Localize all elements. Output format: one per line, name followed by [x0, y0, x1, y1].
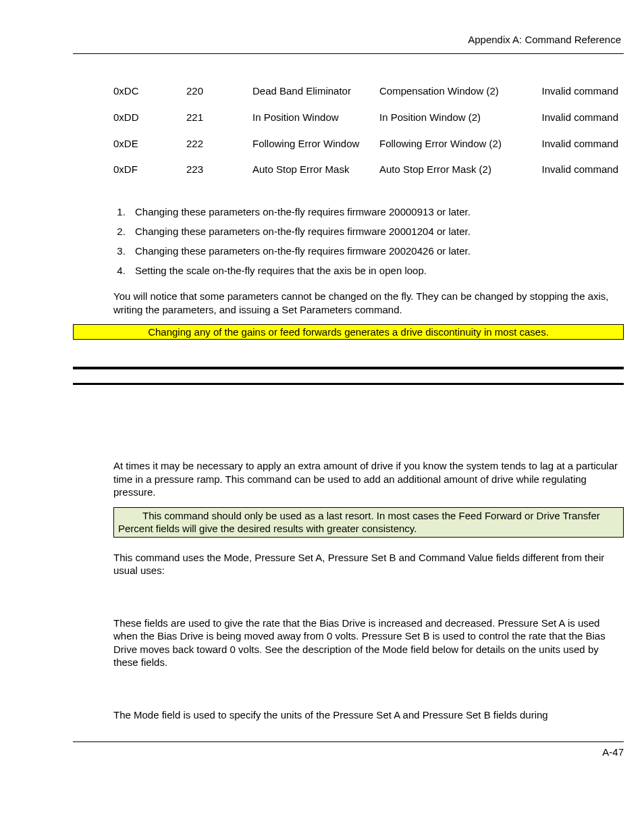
cell-name2: Auto Stop Error Mask (2) — [379, 159, 533, 186]
notes-list: Changing these parameters on-the-fly req… — [113, 206, 624, 276]
cell-name1: Following Error Window — [252, 134, 379, 160]
cell-dec: 223 — [186, 159, 252, 186]
note-box: This command should only be used as a la… — [113, 507, 624, 538]
parameter-table: 0xDC 220 Dead Band Eliminator Compensati… — [113, 81, 624, 186]
paragraph: You will notice that some parameters can… — [113, 290, 624, 316]
list-item: Changing these parameters on-the-fly req… — [128, 245, 624, 257]
page-footer: A-47 — [73, 741, 624, 758]
list-item: Changing these parameters on-the-fly req… — [128, 206, 624, 217]
section-rule — [73, 367, 624, 369]
cell-dec: 221 — [186, 107, 252, 134]
cell-name1: Auto Stop Error Mask — [252, 159, 379, 186]
cell-name1: Dead Band Eliminator — [252, 81, 379, 107]
list-item: Changing these parameters on-the-fly req… — [128, 226, 624, 237]
warning-box: Changing any of the gains or feed forwar… — [73, 324, 624, 340]
cell-hex: 0xDC — [113, 81, 186, 107]
table-row: 0xDF 223 Auto Stop Error Mask Auto Stop … — [113, 159, 624, 186]
page-number: A-47 — [602, 746, 624, 758]
cell-hex: 0xDD — [113, 107, 186, 134]
cell-status: Invalid command — [533, 81, 624, 107]
cell-dec: 222 — [186, 134, 252, 160]
cell-status: Invalid command — [533, 107, 624, 134]
cell-name1: In Position Window — [252, 107, 379, 134]
cell-name2: Following Error Window (2) — [379, 134, 533, 160]
table-row: 0xDD 221 In Position Window In Position … — [113, 107, 624, 134]
section-bias-drive: At times it may be necessary to apply an… — [113, 385, 624, 721]
paragraph: The Mode field is used to specify the un… — [113, 708, 624, 722]
breadcrumb: Appendix A: Command Reference — [73, 34, 624, 48]
cell-hex: 0xDE — [113, 134, 186, 160]
list-item: Setting the scale on-the-fly requires th… — [128, 265, 624, 276]
table-row: 0xDE 222 Following Error Window Followin… — [113, 134, 624, 160]
cell-hex: 0xDF — [113, 159, 186, 186]
paragraph: These fields are used to give the rate t… — [113, 617, 624, 669]
table-row: 0xDC 220 Dead Band Eliminator Compensati… — [113, 81, 624, 107]
page-header: Appendix A: Command Reference — [73, 34, 624, 54]
cell-status: Invalid command — [533, 159, 624, 186]
paragraph: This command uses the Mode, Pressure Set… — [113, 551, 624, 577]
cell-name2: In Position Window (2) — [379, 107, 533, 134]
cell-status: Invalid command — [533, 134, 624, 160]
cell-dec: 220 — [186, 81, 252, 107]
main-content: 0xDC 220 Dead Band Eliminator Compensati… — [73, 54, 624, 758]
cell-name2: Compensation Window (2) — [379, 81, 533, 107]
paragraph: At times it may be necessary to apply an… — [113, 459, 624, 499]
